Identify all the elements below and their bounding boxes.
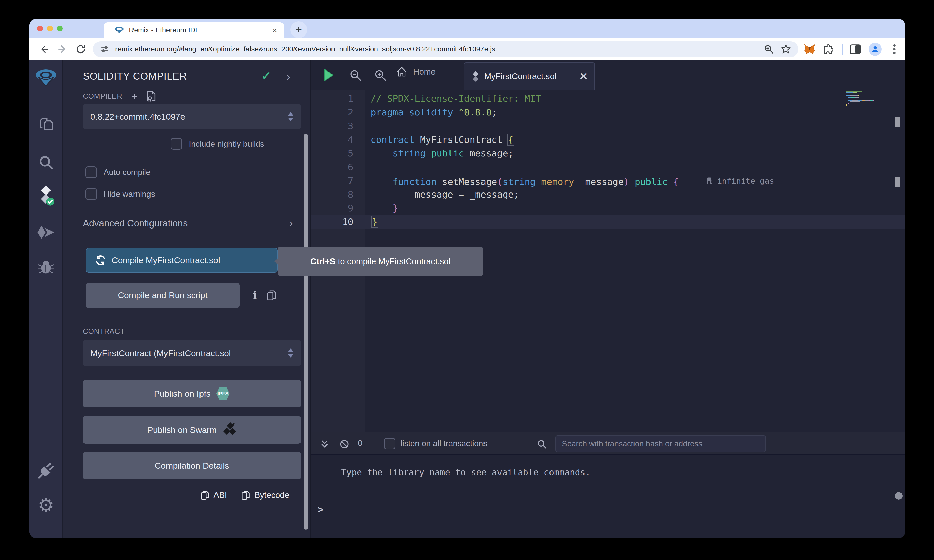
advanced-configurations-header[interactable]: Advanced Configurations (83, 218, 188, 229)
compiler-version-select[interactable]: 0.8.22+commit.4fc1097e (83, 104, 301, 129)
copy-bytecode-button[interactable]: Bytecode (241, 490, 289, 500)
terminal-search-icon (536, 438, 548, 451)
code-line[interactable]: 9 } (311, 202, 905, 215)
url-text[interactable]: remix.ethereum.org/#lang=en&optimize=fal… (115, 45, 757, 53)
new-tab-button[interactable]: + (290, 21, 307, 38)
gas-annotation: infinite gas (707, 174, 774, 188)
terminal-search-input[interactable] (555, 435, 766, 452)
compile-run-button[interactable]: Compile and Run script (86, 283, 240, 308)
code-line[interactable]: 10} (311, 215, 905, 229)
address-bar[interactable]: remix.ethereum.org/#lang=en&optimize=fal… (93, 42, 798, 57)
minimize-window-button[interactable] (47, 26, 53, 31)
solidity-file-icon (472, 71, 479, 82)
line-content: string public message; (371, 146, 514, 160)
add-compiler-icon[interactable]: + (131, 91, 137, 101)
line-content: contract MyFirstContract { (371, 133, 514, 146)
tab-close-icon[interactable]: × (272, 26, 277, 34)
nightly-builds-row[interactable]: Include nightly builds (171, 138, 264, 150)
publish-ipfs-label: Publish on Ipfs (154, 389, 210, 399)
solidity-compiler-icon[interactable] (34, 183, 58, 208)
tab-home[interactable]: Home (396, 66, 436, 78)
compile-refresh-icon (95, 255, 106, 266)
tooltip-shortcut: Ctrl+S (310, 257, 335, 266)
collapse-terminal-icon[interactable] (318, 438, 331, 451)
plugin-manager-icon[interactable] (34, 458, 58, 483)
tab-myfirstcontract[interactable]: MyFirstContract.sol ✕ (464, 62, 595, 90)
nightly-builds-checkbox[interactable] (171, 138, 182, 150)
browser-toolbar: remix.ethereum.org/#lang=en&optimize=fal… (29, 38, 905, 60)
compilation-details-button[interactable]: Compilation Details (83, 452, 301, 479)
copy-abi-button[interactable]: ABI (200, 490, 227, 500)
browser-menu-icon[interactable] (888, 43, 901, 55)
search-icon[interactable] (34, 150, 58, 174)
listen-transactions-checkbox[interactable] (384, 438, 395, 449)
back-button[interactable] (38, 43, 50, 55)
code-lines[interactable]: 1// SPDX-License-Identifier: MIT2pragma … (311, 92, 905, 229)
overview-ruler-marker[interactable] (895, 117, 900, 127)
license-icon[interactable] (146, 90, 156, 102)
bytecode-label: Bytecode (254, 490, 289, 500)
terminal-message: Type the library name to see available c… (341, 467, 590, 477)
solidity-compiler-panel: SOLIDITY COMPILER ✓ › COMPILER + 0.8.22+… (63, 60, 311, 538)
profile-avatar[interactable] (869, 43, 882, 55)
settings-gear-icon[interactable]: ⚙ (34, 493, 58, 517)
code-line[interactable]: 1// SPDX-License-Identifier: MIT (311, 92, 905, 106)
editor-minimap[interactable] (846, 91, 894, 106)
code-line[interactable]: 4contract MyFirstContract { (311, 133, 905, 146)
compile-success-check-icon: ✓ (261, 69, 271, 83)
transaction-count: 0 (358, 438, 362, 448)
line-number: 6 (311, 160, 353, 174)
info-icon[interactable]: i (248, 288, 262, 302)
advanced-chevron-icon[interactable]: › (289, 217, 293, 229)
code-line[interactable]: 2pragma solidity ^0.8.0; (311, 106, 905, 119)
remix-logo[interactable] (34, 65, 58, 90)
deploy-run-icon[interactable] (34, 220, 58, 245)
site-settings-icon[interactable] (100, 45, 109, 54)
publish-ipfs-button[interactable]: Publish on Ipfs IPFS (83, 380, 301, 407)
hide-warnings-checkbox[interactable] (85, 188, 97, 200)
terminal-scroll-dot[interactable] (895, 492, 903, 500)
panel-chevron-icon[interactable]: › (286, 69, 290, 83)
swarm-icon (222, 423, 237, 437)
hide-warnings-row[interactable]: Hide warnings (85, 188, 155, 200)
reload-button[interactable] (75, 43, 87, 55)
file-explorer-icon[interactable] (34, 112, 58, 137)
sidepanel-icon[interactable] (849, 43, 862, 55)
code-line[interactable]: 7 function setMessage(string memory _mes… (311, 174, 905, 188)
forward-button[interactable] (56, 43, 69, 55)
browser-tab[interactable]: Remix - Ethereum IDE × (103, 22, 284, 38)
auto-compile-checkbox[interactable] (85, 166, 97, 178)
contract-section-label: CONTRACT (83, 327, 125, 335)
extensions-puzzle-icon[interactable] (821, 43, 834, 55)
code-line[interactable]: 3 (311, 119, 905, 133)
clear-console-icon[interactable] (338, 438, 351, 451)
toolbar-divider (842, 44, 843, 55)
code-line[interactable]: 6 (311, 160, 905, 174)
window-controls[interactable] (37, 26, 63, 31)
tab-close-icon[interactable]: ✕ (579, 71, 588, 82)
code-line[interactable]: 5 string public message; (311, 146, 905, 160)
line-content: function setMessage(string memory _messa… (371, 174, 774, 189)
overview-ruler-marker[interactable] (895, 177, 900, 187)
text-cursor (371, 217, 371, 228)
close-window-button[interactable] (37, 26, 43, 31)
publish-swarm-button[interactable]: Publish on Swarm (83, 416, 301, 444)
maximize-window-button[interactable] (57, 26, 63, 31)
debugger-icon[interactable] (34, 255, 58, 279)
metamask-extension-icon[interactable] (803, 43, 816, 55)
terminal-prompt[interactable]: > (318, 504, 324, 515)
auto-compile-row[interactable]: Auto compile (85, 166, 151, 178)
bookmark-star-icon[interactable] (780, 44, 791, 55)
compile-button[interactable]: Compile MyFirstContract.sol (86, 248, 277, 273)
line-content: } (371, 215, 378, 229)
copy-script-icon[interactable] (265, 288, 279, 302)
contract-select[interactable]: MyFirstContract (MyFirstContract.sol (83, 340, 301, 366)
icon-rail: ⚙ (29, 60, 63, 538)
zoom-in-icon[interactable] (373, 68, 387, 82)
zoom-out-icon[interactable] (348, 68, 362, 82)
code-line[interactable]: 8 message = _message; (311, 188, 905, 202)
zoom-page-icon[interactable] (763, 44, 774, 55)
copy-icon (241, 490, 250, 500)
run-script-play-icon[interactable] (322, 68, 336, 82)
panel-scrollbar[interactable] (304, 134, 308, 529)
